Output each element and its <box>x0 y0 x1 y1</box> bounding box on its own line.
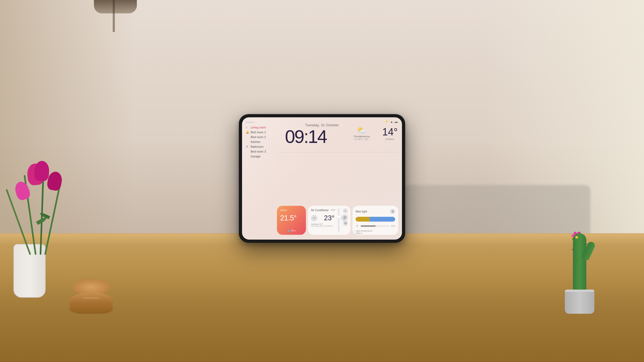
outdoor-temperature: 14° Outdoor <box>382 126 398 141</box>
light-brightness-value: 52% <box>391 225 395 227</box>
rooms-label: ROOMS <box>246 121 275 123</box>
outdoor-temp-label: Outdoor <box>382 138 398 141</box>
weather-icon: ⛅ <box>353 126 370 135</box>
sidebar-item-garage[interactable]: Garage <box>246 154 275 159</box>
light-temp-row: Light temperature 4000 K <box>356 230 395 234</box>
light-temp-label: Light temperature <box>356 230 372 232</box>
ac-side-controls: ≡ ✳ ⏻ <box>343 208 348 226</box>
ac-slider-track <box>338 208 339 232</box>
sidebar-item-bed-room-2[interactable]: Bed room 2 <box>246 135 275 139</box>
brightness-low-icon: ☀ <box>356 224 359 228</box>
lamp-shade <box>94 0 137 13</box>
ac-temp-controls: − 23° + <box>311 214 347 222</box>
tulip-head-4 <box>13 180 32 201</box>
bell-icon: 🔔 <box>246 131 249 134</box>
room-sidebar: ROOMS ⌂ Living room 🔔 Bed room 1 Bed roo… <box>246 121 275 159</box>
ac-power-btn[interactable]: ⏻ <box>343 220 348 226</box>
wifi-icon: ▲ <box>390 120 393 123</box>
ac-title: Air Conditioner <box>311 209 347 212</box>
ac-slider-thumb <box>337 215 340 219</box>
light-brightness-row: ☀ 52% <box>356 224 395 228</box>
tulips-vase <box>8 110 110 298</box>
bluetooth-icon: ⚡ <box>385 120 389 123</box>
outdoor-temp-value: 14° <box>382 126 398 138</box>
indoor-humidity: 💧 55% <box>277 229 306 232</box>
indoor-temperature-widget[interactable]: Indoor 21.5° 💧 55% <box>277 206 306 235</box>
sidebar-item-bathroom[interactable]: ⚙ Bathroom <box>246 144 275 149</box>
weather-temps: H: 19° L: 10° <box>353 138 370 141</box>
weather-high: H: 19° <box>355 138 361 141</box>
tablet-body: ⚡ ▲ ▬ Tuesday, 31 October 09:14 ⛅ Thunde… <box>239 114 405 243</box>
content-divider <box>277 152 398 152</box>
sidebar-item-living-room[interactable]: ⌂ Living room <box>246 125 275 130</box>
humidity-icon: 💧 <box>287 229 290 232</box>
ac-mode-btn[interactable]: ≡ <box>343 208 348 213</box>
tablet[interactable]: ⚡ ▲ ▬ Tuesday, 31 October 09:14 ⛅ Thunde… <box>239 114 405 243</box>
indoor-temp-value: 21.5° <box>280 214 303 222</box>
ac-decrease-btn[interactable]: − <box>311 215 317 221</box>
cactus-spine-2 <box>585 244 587 245</box>
sidebar-item-bed-room-3[interactable]: Bed room 3 <box>246 149 275 154</box>
ac-device-name: Samsung AR10 WindFree <box>311 225 347 227</box>
wood-device-body <box>70 292 113 314</box>
light-brightness-bar[interactable] <box>361 225 389 227</box>
cactus <box>550 201 609 314</box>
cactus-pot <box>565 290 594 314</box>
wood-speaker <box>67 271 115 314</box>
wood-device-detail <box>83 298 99 298</box>
sidebar-item-kitchen[interactable]: Kitchen <box>246 139 275 144</box>
sidebar-item-bed-room-1[interactable]: 🔔 Bed room 1 <box>246 130 275 135</box>
cactus-spine <box>572 239 574 239</box>
cactus-spine-3 <box>572 249 574 250</box>
clock-display: 09:14 <box>285 127 327 146</box>
light-warm-segment <box>356 217 369 221</box>
ac-percent: 63% <box>331 209 335 211</box>
air-conditioner-widget[interactable]: Air Conditioner 63% ≡ ✳ ⏻ − <box>308 206 350 235</box>
light-brightness-fill <box>361 225 376 227</box>
ac-slider[interactable] <box>337 208 341 232</box>
humidity-value: 55% <box>291 229 296 232</box>
ac-status-text: Heating to 23° <box>311 223 347 225</box>
light-cool-segment <box>369 217 395 221</box>
light-color-bar[interactable] <box>356 217 395 221</box>
ac-fan-btn[interactable]: ✳ <box>343 214 348 220</box>
status-bar: ⚡ ▲ ▬ <box>385 120 398 123</box>
weather-low: L: 10° <box>362 138 369 141</box>
cactus-body <box>573 233 586 292</box>
weather-widget: ⛅ Thunderstorms H: 19° L: 10° <box>353 126 370 141</box>
tablet-screen[interactable]: ⚡ ▲ ▬ Tuesday, 31 October 09:14 ⛅ Thunde… <box>242 117 402 239</box>
indoor-label: Indoor <box>280 209 303 212</box>
petal-center <box>575 236 578 239</box>
weather-description: Thunderstorms <box>353 135 370 138</box>
battery-icon: ▬ <box>395 120 398 123</box>
home-icon: ⌂ <box>246 126 247 129</box>
gear-icon: ⚙ <box>246 145 248 148</box>
light-temp-value: 4000 K <box>356 232 372 234</box>
light-header: Main light ⏻ <box>356 209 395 214</box>
ac-temp-value: 23° <box>324 214 334 222</box>
light-power-btn[interactable]: ⏻ <box>390 209 395 214</box>
main-light-widget[interactable]: Main light ⏻ ☀ 52% <box>353 206 398 235</box>
light-title: Main light <box>356 210 367 213</box>
widgets-area: Indoor 21.5° 💧 55% Air Conditioner 63% <box>277 206 398 235</box>
